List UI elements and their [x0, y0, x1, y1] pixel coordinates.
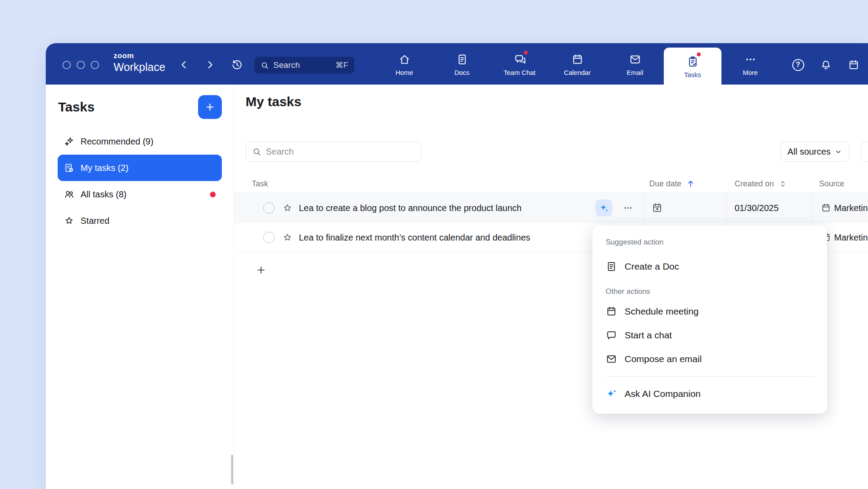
sidebar-item-recommended[interactable]: Recommended (9)	[58, 128, 222, 155]
chat-bubble-icon	[606, 330, 617, 341]
unread-badge	[210, 192, 216, 197]
column-header-due-date[interactable]: Due date	[649, 174, 695, 193]
menu-divider	[606, 376, 815, 377]
tab-label: Calendar	[564, 69, 591, 76]
row-more-button[interactable]	[620, 200, 636, 216]
team-chat-icon	[514, 53, 526, 66]
menu-item-ask-ai-companion[interactable]: Ask AI Companion	[606, 382, 815, 406]
star-icon[interactable]	[282, 232, 293, 243]
tab-docs[interactable]: Docs	[433, 43, 491, 85]
task-checkbox[interactable]	[263, 202, 275, 214]
sidebar-item-label: All tasks (8)	[81, 189, 126, 200]
column-header-source: Source	[819, 174, 844, 193]
tab-label: Home	[395, 69, 413, 76]
chevron-down-icon	[834, 148, 842, 156]
star-icon	[64, 215, 74, 226]
history-clock-icon	[231, 59, 243, 71]
sidebar-title: Tasks	[58, 100, 95, 115]
history-button[interactable]	[230, 58, 244, 72]
tab-label: Docs	[454, 69, 469, 76]
sidebar-nav: Recommended (9) My tasks (2) All tasks (…	[46, 119, 234, 234]
bell-icon	[820, 59, 832, 71]
calendar-icon	[848, 59, 860, 71]
source-doc-icon	[821, 203, 831, 213]
search-shortcut: ⌘F	[335, 60, 348, 70]
plus-icon	[204, 101, 216, 113]
task-checkbox[interactable]	[263, 232, 275, 243]
filter-button-partial[interactable]	[861, 141, 868, 162]
tab-more[interactable]: More	[721, 43, 779, 85]
tab-label: More	[743, 69, 758, 76]
task-row[interactable]: Lea to create a blog post to announce th…	[234, 193, 868, 223]
menu-item-schedule-meeting[interactable]: Schedule meeting	[606, 300, 815, 323]
tab-label: Email	[627, 69, 644, 76]
plus-icon	[255, 264, 267, 276]
topbar: zoom Workplace	[46, 43, 868, 85]
global-search[interactable]: Search ⌘F	[254, 57, 354, 74]
task-search[interactable]	[246, 141, 422, 162]
app-window: zoom Workplace	[46, 43, 868, 489]
column-header-created-on[interactable]: Created on	[735, 174, 787, 193]
source-value: Marketing	[834, 233, 868, 243]
sidebar-item-all-tasks[interactable]: All tasks (8)	[58, 181, 222, 207]
help-button[interactable]: ?	[791, 58, 805, 72]
suggested-actions-menu: Suggested action Create a Doc Other acti…	[592, 226, 827, 414]
home-icon	[398, 53, 411, 66]
menu-item-create-doc[interactable]: Create a Doc	[606, 255, 815, 278]
menu-item-start-chat[interactable]: Start a chat	[606, 323, 815, 347]
tab-email[interactable]: Email	[606, 43, 664, 85]
column-divider	[726, 193, 726, 222]
notifications-button[interactable]	[819, 58, 833, 72]
column-divider	[645, 193, 645, 222]
tab-team-chat[interactable]: Team Chat	[491, 43, 548, 85]
window-controls[interactable]	[63, 61, 99, 69]
add-task-button[interactable]	[254, 263, 268, 278]
tab-calendar[interactable]: Calendar	[548, 43, 606, 85]
menu-item-label: Compose an email	[625, 354, 702, 364]
column-divider	[812, 193, 813, 222]
window-control-circle[interactable]	[91, 61, 99, 69]
tab-tasks[interactable]: Tasks	[664, 48, 721, 85]
column-header-task: Task	[252, 174, 268, 193]
star-icon[interactable]	[282, 203, 293, 213]
sidebar-item-label: Recommended (9)	[81, 137, 154, 147]
sources-filter-label: All sources	[787, 147, 831, 157]
tab-label: Team Chat	[504, 69, 536, 76]
tasks-sidebar: Tasks Recommended (9) My tasks (2)	[46, 85, 234, 489]
sidebar-item-starred[interactable]: Starred	[58, 207, 222, 234]
sources-filter-button[interactable]: All sources	[780, 141, 850, 162]
notification-badge	[696, 52, 702, 57]
doc-icon	[606, 261, 617, 272]
menu-item-label: Ask AI Companion	[625, 389, 701, 399]
my-tasks-icon	[64, 163, 74, 173]
scrollbar-thumb[interactable]	[231, 455, 233, 485]
primary-nav: Home Docs Team Chat Calendar	[375, 43, 779, 85]
sidebar-item-my-tasks[interactable]: My tasks (2)	[58, 155, 222, 181]
tasks-icon	[687, 56, 699, 68]
back-button[interactable]	[177, 58, 191, 72]
menu-item-label: Start a chat	[625, 330, 672, 341]
ellipsis-icon	[623, 203, 633, 213]
sparkles-icon	[64, 136, 74, 147]
menu-item-compose-email[interactable]: Compose an email	[606, 347, 815, 371]
table-header: Task Due date Created on Source	[234, 174, 868, 193]
window-control-circle[interactable]	[77, 61, 85, 69]
add-due-date-icon[interactable]	[651, 202, 663, 214]
sidebar-item-label: Starred	[81, 216, 110, 226]
calendar-icon	[606, 306, 617, 317]
forward-button[interactable]	[203, 58, 217, 72]
task-search-input[interactable]	[266, 147, 415, 157]
more-dots-icon	[744, 53, 757, 66]
menu-item-label: Schedule meeting	[625, 306, 699, 317]
mini-calendar-button[interactable]	[846, 58, 861, 72]
task-title: Lea to finalize next month’s content cal…	[299, 233, 530, 243]
email-icon	[606, 353, 617, 365]
ai-companion-icon	[606, 388, 617, 400]
tab-home[interactable]: Home	[375, 43, 433, 85]
window-control-circle[interactable]	[63, 61, 71, 69]
new-task-button[interactable]	[198, 95, 222, 119]
ai-companion-button[interactable]	[596, 200, 612, 216]
calendar-icon	[571, 53, 584, 66]
ai-sparkle-icon	[599, 203, 609, 213]
chevron-left-icon	[178, 59, 190, 70]
